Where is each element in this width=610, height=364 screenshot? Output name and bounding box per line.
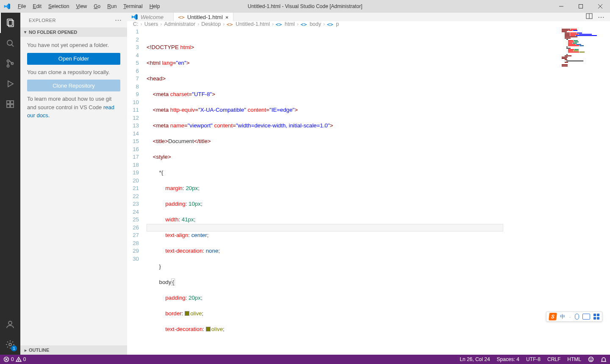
settings-badge: 1	[11, 345, 17, 351]
line-gutter: 12345 678910 1112131415 1617181920 21222…	[127, 27, 147, 364]
menu-file[interactable]: FFileile	[14, 0, 29, 13]
explorer-icon[interactable]	[0, 13, 20, 33]
maximize-button[interactable]	[571, 0, 591, 13]
menu-help[interactable]: Help	[146, 0, 164, 13]
split-editor-icon[interactable]	[586, 13, 593, 21]
svg-rect-14	[11, 101, 14, 104]
sidebar-body: You have not yet opened a folder. Open F…	[20, 37, 127, 124]
settings-gear-icon[interactable]: 1	[0, 334, 20, 355]
sidebar-header: EXPLORER ⋯	[20, 13, 127, 28]
breadcrumb-symbol[interactable]: p	[336, 21, 339, 27]
no-folder-header[interactable]: NO FOLDER OPENED	[20, 28, 127, 37]
svg-rect-13	[11, 105, 14, 108]
breadcrumb-symbol[interactable]: html	[285, 21, 295, 27]
search-icon[interactable]	[0, 33, 20, 53]
ime-toolbar[interactable]: S 中 ，	[546, 312, 602, 322]
no-folder-msg: You have not yet opened a folder.	[27, 41, 120, 50]
source-control-icon[interactable]	[0, 53, 20, 74]
ime-punct[interactable]: ，	[568, 314, 571, 319]
menu-selection[interactable]: Selection	[45, 0, 72, 13]
tab-welcome[interactable]: Welcome	[127, 13, 174, 21]
breadcrumb-part[interactable]: Users	[144, 21, 158, 27]
breadcrumb-file[interactable]: Untitled-1.html	[236, 21, 270, 27]
extensions-icon[interactable]	[0, 94, 20, 114]
feedback-icon[interactable]	[585, 355, 597, 364]
breadcrumb-part[interactable]: Administrator	[164, 21, 196, 27]
minimize-button[interactable]	[552, 0, 571, 13]
svg-point-24	[589, 357, 593, 362]
breadcrumbs[interactable]: C:› Users› Administrator› Desktop› <>Unt…	[127, 21, 610, 27]
breadcrumb-part[interactable]: Desktop	[201, 21, 221, 27]
close-button[interactable]	[591, 0, 610, 13]
sidebar-more-icon[interactable]: ⋯	[115, 16, 122, 24]
sidebar-title: EXPLORER	[29, 18, 56, 23]
eol[interactable]: CRLF	[544, 355, 564, 364]
svg-point-6	[7, 40, 12, 45]
tab-bar: Welcome <> Untitled-1.html × ⋯	[127, 13, 610, 21]
tab-file-label: Untitled-1.html	[187, 14, 223, 20]
code-content[interactable]: <!DOCTYPE html> <html lang="en"> <head> …	[147, 27, 559, 364]
symbol-icon: <>	[327, 21, 333, 27]
menu-go[interactable]: Go	[90, 0, 104, 13]
more-actions-icon[interactable]: ⋯	[598, 13, 605, 21]
ime-lang[interactable]: 中	[560, 313, 565, 320]
grid-icon[interactable]	[593, 314, 599, 320]
status-bar: 0 0 Ln 26, Col 24 Spaces: 4 UTF-8 CRLF H…	[0, 355, 610, 364]
svg-point-9	[7, 65, 9, 67]
learn-more-text: To learn more about how to use git and s…	[27, 95, 120, 120]
sidebar: EXPLORER ⋯ NO FOLDER OPENED You have not…	[20, 13, 127, 355]
svg-point-26	[592, 359, 592, 359]
window-controls	[552, 0, 610, 13]
tab-actions: ⋯	[581, 13, 610, 21]
menu-bar: FFileile Edit Selection View Go Run Term…	[14, 0, 163, 13]
menu-view[interactable]: View	[72, 0, 90, 13]
sogou-icon[interactable]: S	[549, 313, 557, 320]
html-file-icon: <>	[227, 21, 233, 27]
svg-point-16	[9, 343, 11, 346]
svg-rect-11	[7, 101, 10, 104]
mic-icon[interactable]	[575, 314, 579, 320]
editor-body[interactable]: 12345 678910 1112131415 1617181920 21222…	[127, 27, 610, 364]
open-folder-button[interactable]: Open Folder	[27, 53, 120, 65]
breadcrumb-part[interactable]: C:	[133, 21, 139, 27]
clone-repository-button[interactable]: Clone Repository	[27, 80, 120, 91]
accounts-icon[interactable]	[0, 314, 20, 334]
activity-bar: 1	[0, 13, 20, 355]
menu-edit[interactable]: Edit	[29, 0, 45, 13]
svg-rect-1	[579, 5, 583, 8]
vscode-icon	[0, 3, 14, 10]
svg-point-8	[7, 60, 9, 62]
svg-point-23	[18, 361, 19, 361]
run-debug-icon[interactable]	[0, 74, 20, 94]
svg-line-7	[12, 45, 14, 47]
keyboard-icon[interactable]	[582, 314, 590, 320]
outline-header[interactable]: OUTLINE	[20, 345, 127, 355]
tab-welcome-label: Welcome	[141, 14, 164, 20]
symbol-icon: <>	[276, 21, 282, 27]
html-file-icon: <>	[178, 14, 185, 20]
clone-msg: You can clone a repository locally.	[27, 68, 120, 77]
menu-terminal[interactable]: Terminal	[120, 0, 146, 13]
svg-point-15	[8, 321, 12, 325]
svg-point-25	[590, 359, 591, 359]
editor-area: Welcome <> Untitled-1.html × ⋯ C:› Users…	[127, 13, 610, 355]
menu-run[interactable]: Run	[104, 0, 120, 13]
window-title: Untitled-1.html - Visual Studio Code [Ad…	[248, 3, 363, 9]
svg-rect-12	[7, 105, 10, 108]
indentation[interactable]: Spaces: 4	[494, 355, 523, 364]
tab-untitled-html[interactable]: <> Untitled-1.html ×	[174, 13, 233, 21]
cursor-position[interactable]: Ln 26, Col 24	[456, 355, 493, 364]
tab-close-icon[interactable]: ×	[225, 14, 229, 20]
language-mode[interactable]: HTML	[564, 355, 585, 364]
symbol-icon: <>	[301, 21, 307, 27]
encoding[interactable]: UTF-8	[523, 355, 544, 364]
vscode-small-icon	[131, 14, 138, 20]
errors-item[interactable]: 0 0	[0, 355, 29, 364]
breadcrumb-symbol[interactable]: body	[310, 21, 321, 27]
notifications-icon[interactable]	[597, 355, 610, 364]
title-bar: FFileile Edit Selection View Go Run Term…	[0, 0, 610, 13]
